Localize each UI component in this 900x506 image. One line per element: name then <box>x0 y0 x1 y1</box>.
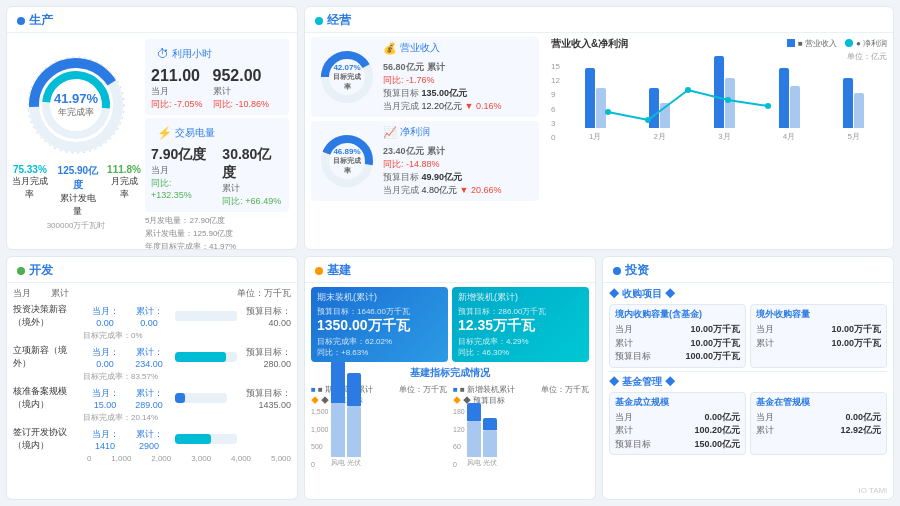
investment-panel: 投资 ◆ 收购项目 ◆ 境内收购容量(含基金) 当月 10.00万千瓦 累计 1… <box>602 256 894 500</box>
const-chart-2-area: 180120600 风电 光伏 <box>453 408 589 468</box>
revenue-cumulative: 56.80亿元 <box>383 62 424 72</box>
dev-bar-fill-4 <box>175 434 211 444</box>
mini-label-4: 光伏 <box>483 458 497 468</box>
operation-panel: 经营 42.07% 目标完成率 <box>304 6 894 250</box>
const-chart-1: ■ ■ 期末装机累计 ◆ ◆ 预算目标 单位：万千瓦 1,5001,000500… <box>311 384 447 468</box>
fund-manage-title: 基金在管规模 <box>756 396 881 409</box>
profit-percent: 46.89% <box>332 147 362 156</box>
dev-unit: 单位：万千瓦 <box>237 287 291 300</box>
dev-bar-1 <box>175 311 237 321</box>
const-card-2-label: 新增装机(累计) <box>458 291 583 304</box>
overseas-cumulative-label: 累计 <box>756 337 774 351</box>
fund-grid: 基金成立规模 当月 0.00亿元 累计 100.20亿元 预算目标 150.00… <box>609 392 887 456</box>
chart-header: 营业收入&净利润 ■ 营业收入 ● 净利润 <box>551 37 887 51</box>
op-left: 42.07% 目标完成率 💰 营业收入 56.80亿元 累计 <box>305 33 545 247</box>
li-current-label: 当月 <box>151 85 203 98</box>
fund-manage-cumulative-row: 累计 12.92亿元 <box>756 424 881 438</box>
y-axis: 15129630 <box>551 62 560 142</box>
gauge-percent: 41.97% <box>54 91 98 106</box>
construction-panel: 基建 期末装机(累计) 预算目标：1646.00万千瓦 1350.00万千瓦 目… <box>304 256 596 500</box>
domestic-target-label: 预算目标 <box>615 350 651 364</box>
const-chart-1-unit: 单位：万千瓦 <box>399 384 447 406</box>
dev-x-axis: 01,0002,0003,0004,0005,000 <box>13 454 291 463</box>
revenue-title: 💰 营业收入 <box>383 41 533 55</box>
profit-target-block: 预算目标 49.90亿元 <box>383 171 533 184</box>
operation-content: 42.07% 目标完成率 💰 营业收入 56.80亿元 累计 <box>305 33 893 247</box>
chart2-y-axis: 180120600 <box>453 408 465 468</box>
revenue-cumulative-label: 累计 <box>427 62 445 72</box>
revenue-legend-dot <box>787 39 795 47</box>
fund-establish-box: 基金成立规模 当月 0.00亿元 累计 100.20亿元 预算目标 150.00… <box>609 392 746 456</box>
profit-main: 23.40亿元 累计 <box>383 141 533 158</box>
profit-monthly-block: 当月完成 4.80亿元 ▼ 20.66% <box>383 184 533 197</box>
overseas-box: 境外收购容量 当月 10.00万千瓦 累计 10.00万千瓦 <box>750 304 887 368</box>
svg-point-12 <box>645 117 651 123</box>
gauge-bottom: 75.33% 当月完成率 125.90亿度 累计发电量 111.8% 月完成率 <box>11 164 141 218</box>
operation-header: 经营 <box>305 7 893 33</box>
dev-item-1-label: 投资决策新容（境外） <box>13 303 83 329</box>
mini-bar-wrap-4: 光伏 <box>483 418 497 468</box>
jy-cumulative-val: 30.80亿度 <box>222 146 283 182</box>
mini-label-1: 风电 <box>331 458 345 468</box>
const-card-1-val: 1350.00万千瓦 <box>317 317 442 335</box>
dev-item-4-label: 签订开发协议（境内） <box>13 426 83 452</box>
jy-box: ⚡ 交易电量 7.90亿度 当月 同比: +132.35% 30.80亿度 <box>145 118 289 212</box>
li-cumulative-block: 952.00 累计 同比: -10.86% <box>213 67 270 111</box>
svg-point-13 <box>685 87 691 93</box>
profit-donut-label: 目标完成率 <box>332 156 362 176</box>
fund-manage-current-label: 当月 <box>756 411 774 425</box>
monthly-label: 当月完成率 <box>11 175 49 201</box>
domestic-current-label: 当月 <box>615 323 633 337</box>
dev-item-1-cumulative: 累计：0.00 <box>127 305 171 328</box>
li-current-block: 211.00 当月 同比: -7.05% <box>151 67 203 111</box>
production-header: 生产 <box>7 7 297 33</box>
profit-target-val: 49.90亿元 <box>422 172 463 182</box>
chart1-y-axis: 1,5001,0005000 <box>311 408 329 468</box>
cumulative-power: 125.90亿度 <box>57 164 99 192</box>
dev-item-3-monthly: 当月：15.00 <box>87 387 123 410</box>
revenue-yoy-val: ▼ 0.16% <box>465 101 502 111</box>
revenue-donut-label: 目标完成率 <box>332 72 362 92</box>
prod-stat3: 年度目标完成率：41.97% <box>145 241 289 250</box>
gauge-stat-cumulative: 125.90亿度 累计发电量 <box>57 164 99 218</box>
construction-dot <box>315 267 323 275</box>
dev-item-1: 投资决策新容（境外） 当月：0.00 累计：0.00 预算目标：40.00 目标… <box>13 303 291 341</box>
const-chart-2: ■ ■ 新增装机累计 ◆ ◆ 预算目标 单位：万千瓦 180120600 <box>453 384 589 468</box>
gauge-label: 年完成率 <box>54 106 98 119</box>
development-title: 开发 <box>29 262 53 279</box>
overseas-title: 境外收购容量 <box>756 308 881 321</box>
li-title: ⏱ 利用小时 <box>151 43 283 65</box>
dev-item-3-label: 核准备案规模（境内） <box>13 385 83 411</box>
fund-establish-cumulative-val: 100.20亿元 <box>694 424 740 438</box>
revenue-target-val: 135.00亿元 <box>422 88 468 98</box>
yearly-rate: 111.8% <box>107 164 141 175</box>
revenue-main: 56.80亿元 累计 <box>383 57 533 74</box>
prod-stat2: 累计发电量：125.90亿度 <box>145 228 289 241</box>
li-current-change: 同比: -7.05% <box>151 98 203 111</box>
const-mini-chart-2: 风电 光伏 <box>467 408 497 468</box>
overseas-current-row: 当月 10.00万千瓦 <box>756 323 881 337</box>
const-chart-2-unit: 单位：万千瓦 <box>541 384 589 406</box>
mini-bar-wrap-1: 风电 <box>331 361 345 468</box>
profit-change: 同比: -14.88% <box>383 158 533 171</box>
revenue-monthly-val: 12.20亿元 <box>422 101 463 111</box>
jy-cumulative-block: 30.80亿度 累计 同比: +66.49% <box>222 146 283 208</box>
jy-current-block: 7.90亿度 当月 同比: +132.35% <box>151 146 212 208</box>
domestic-title: 境内收购容量(含基金) <box>615 308 740 321</box>
domestic-current-val: 10.00万千瓦 <box>690 323 740 337</box>
gauge-center: 41.97% 年完成率 <box>54 91 98 119</box>
dev-item-2-label: 立项新容（境外） <box>13 344 83 370</box>
dev-item-2-monthly: 当月：0.00 <box>87 346 123 369</box>
dev-target-2: 预算目标：280.00 <box>241 346 291 369</box>
chart-inner: 1月 2月 <box>562 62 887 243</box>
legend-revenue: ■ 营业收入 <box>787 38 837 49</box>
dev-rate-1: 目标完成率：0% <box>13 330 291 341</box>
fund-establish-current-row: 当月 0.00亿元 <box>615 411 740 425</box>
cumulative-label: 累计发电量 <box>57 192 99 218</box>
gauge-stat-yearly: 111.8% 月完成率 <box>107 164 141 218</box>
revenue-percent: 42.07% <box>332 63 362 72</box>
fund-establish-target-row: 预算目标 150.00亿元 <box>615 438 740 452</box>
fund-establish-current-label: 当月 <box>615 411 633 425</box>
mini-label-3: 风电 <box>467 458 481 468</box>
dev-item-2-cumulative: 累计：234.00 <box>127 346 171 369</box>
